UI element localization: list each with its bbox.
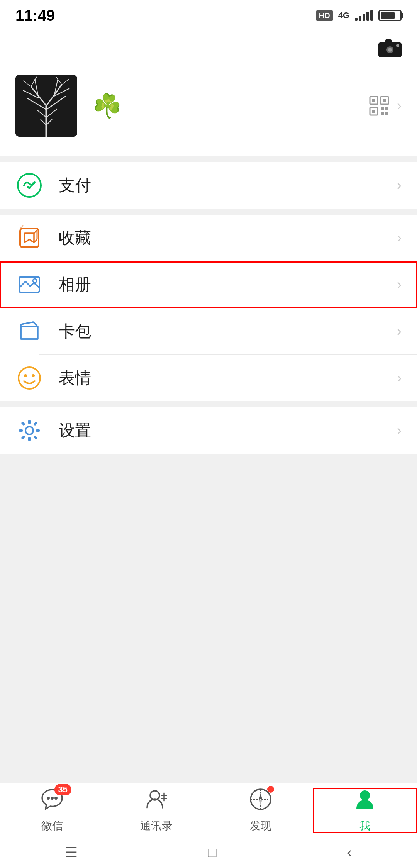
- 4g-icon: 4G: [338, 10, 349, 20]
- album-label: 相册: [59, 274, 91, 295]
- nav-item-discover[interactable]: 发现: [208, 788, 313, 833]
- svg-rect-53: [33, 421, 37, 426]
- sticker-chevron-icon: ›: [397, 370, 402, 386]
- svg-point-45: [24, 374, 27, 377]
- menu-item-wallet[interactable]: 卡包 ›: [0, 308, 417, 354]
- profile-chevron-icon: ›: [397, 98, 402, 114]
- profile-row[interactable]: ☘️ ›: [15, 75, 402, 144]
- favorites-icon: [15, 224, 43, 252]
- sticker-icon: [15, 364, 43, 392]
- discover-icon: [249, 788, 272, 815]
- sticker-label: 表情: [59, 367, 91, 389]
- clover-icon: ☘️: [93, 92, 122, 120]
- hd-icon: HD: [316, 10, 333, 21]
- svg-point-56: [47, 797, 50, 800]
- payment-chevron-icon: ›: [397, 177, 402, 193]
- favorites-label: 收藏: [59, 227, 91, 249]
- menu-item-sticker-left: 表情: [15, 364, 91, 392]
- svg-marker-67: [259, 799, 262, 805]
- menu-item-sticker[interactable]: 表情 ›: [0, 355, 417, 401]
- favorites-chevron-icon: ›: [397, 230, 402, 246]
- menu-item-payment[interactable]: 支付 ›: [0, 162, 417, 209]
- svg-point-3: [388, 48, 392, 52]
- discover-nav-label: 发现: [250, 819, 271, 833]
- nav-item-contacts[interactable]: 通讯录: [104, 788, 208, 833]
- payment-icon: [15, 171, 43, 199]
- bottom-navigation: 35 微信 通讯录: [0, 783, 417, 837]
- svg-marker-66: [259, 793, 262, 799]
- svg-rect-29: [372, 110, 375, 113]
- svg-rect-27: [383, 99, 386, 102]
- empty-area: [0, 454, 417, 608]
- discover-notification-dot: [267, 786, 274, 793]
- signal-strength-icon: [355, 10, 373, 21]
- svg-rect-51: [36, 429, 40, 432]
- section-divider-2: [0, 209, 417, 215]
- wechat-badge: 35: [54, 784, 71, 795]
- wallet-chevron-icon: ›: [397, 323, 402, 339]
- nav-item-wechat[interactable]: 35 微信: [0, 788, 104, 833]
- svg-point-44: [19, 367, 40, 389]
- avatar: [15, 75, 77, 137]
- menu-item-settings-left: 设置: [15, 417, 91, 444]
- svg-point-5: [396, 44, 399, 47]
- svg-rect-30: [381, 107, 384, 110]
- android-menu-button[interactable]: ☰: [65, 844, 78, 861]
- payment-label: 支付: [59, 175, 91, 196]
- menu-item-settings[interactable]: 设置 ›: [0, 407, 417, 454]
- battery-icon: 79: [378, 10, 402, 21]
- settings-chevron-icon: ›: [397, 422, 402, 439]
- qr-code-icon[interactable]: [369, 96, 389, 116]
- svg-rect-55: [33, 435, 37, 439]
- menu-section-settings: 设置 ›: [0, 407, 417, 454]
- android-home-button[interactable]: □: [208, 844, 217, 861]
- nav-item-me[interactable]: 我: [313, 788, 417, 833]
- svg-point-57: [51, 797, 54, 800]
- menu-item-favorites[interactable]: 收藏 ›: [0, 215, 417, 261]
- svg-rect-31: [385, 107, 388, 110]
- profile-section: ☘️ ›: [0, 31, 417, 156]
- menu-item-favorites-left: 收藏: [15, 224, 91, 252]
- settings-label: 设置: [59, 420, 91, 441]
- menu-item-album-left: 相册: [15, 271, 91, 298]
- menu-section-1: 支付 ›: [0, 162, 417, 209]
- contacts-nav-label: 通讯录: [140, 819, 173, 833]
- profile-info: ☘️: [15, 75, 122, 137]
- album-chevron-icon: ›: [397, 276, 402, 293]
- menu-section-2: 收藏 › 相册 ›: [0, 215, 417, 401]
- menu-item-wallet-left: 卡包: [15, 317, 91, 345]
- profile-actions[interactable]: ›: [369, 96, 402, 116]
- svg-point-41: [33, 279, 37, 283]
- svg-point-46: [32, 374, 35, 377]
- settings-icon: [15, 417, 43, 444]
- svg-point-47: [25, 427, 33, 434]
- wallet-label: 卡包: [59, 320, 91, 342]
- album-icon: [15, 271, 43, 298]
- svg-rect-52: [21, 421, 25, 426]
- wechat-icon: 35: [41, 788, 64, 815]
- svg-rect-50: [19, 429, 23, 432]
- android-navigation: ☰ □ ‹: [0, 837, 417, 868]
- wallet-icon: [15, 317, 43, 345]
- menu-item-album[interactable]: 相册 ›: [0, 261, 417, 308]
- contacts-icon: [145, 788, 168, 815]
- status-icons: HD 4G 79: [316, 10, 402, 21]
- svg-point-58: [54, 797, 58, 800]
- svg-rect-32: [381, 112, 384, 115]
- menu-item-payment-left: 支付: [15, 171, 91, 199]
- status-bar: 11:49 HD 4G 79: [0, 0, 417, 31]
- svg-point-34: [18, 174, 41, 197]
- wechat-nav-label: 微信: [41, 819, 63, 833]
- svg-point-68: [360, 790, 370, 800]
- camera-button[interactable]: [378, 39, 402, 63]
- svg-rect-25: [372, 99, 375, 102]
- android-back-button[interactable]: ‹: [347, 844, 352, 861]
- svg-rect-33: [385, 112, 388, 115]
- svg-rect-54: [21, 435, 25, 439]
- status-time: 11:49: [15, 7, 55, 24]
- me-nav-label: 我: [359, 819, 370, 833]
- svg-rect-49: [28, 437, 31, 441]
- section-divider: [0, 156, 417, 162]
- svg-rect-4: [385, 39, 392, 43]
- me-icon: [353, 788, 376, 815]
